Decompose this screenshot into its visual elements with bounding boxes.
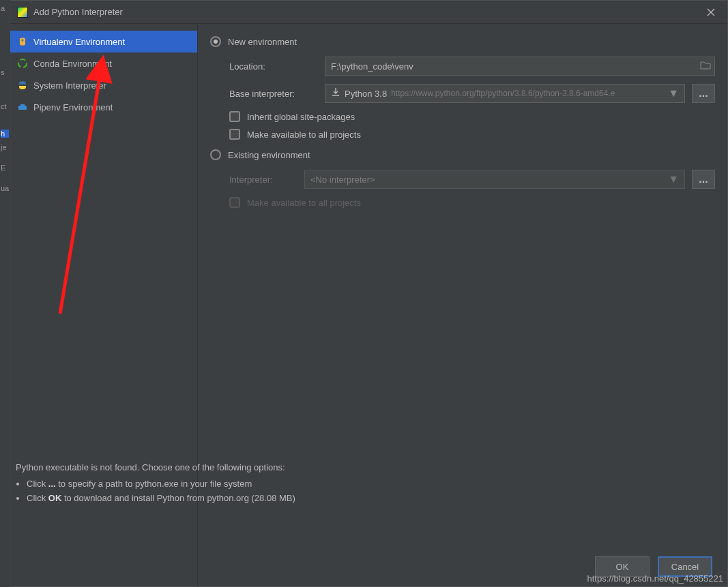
virtualenv-icon: [17, 36, 28, 47]
svg-point-0: [22, 40, 24, 42]
location-input[interactable]: F:\python_code\venv: [325, 57, 715, 76]
hint-heading: Python executable is not found. Choose o…: [16, 461, 715, 475]
background-gutter: a s ct h je E ua: [0, 0, 10, 587]
hint-panel: Python executable is not found. Choose o…: [16, 461, 715, 506]
existing-interpreter-combo[interactable]: <No interpreter> ▼: [304, 170, 685, 189]
sidebar-label: Pipenv Environment: [33, 102, 113, 112]
sidebar-label: System Interpreter: [33, 80, 106, 91]
existing-environment-radio-row: Existing environment: [210, 149, 715, 160]
make-available-new-checkbox[interactable]: [229, 129, 240, 140]
download-icon: [331, 87, 340, 100]
make-available-existing-checkbox[interactable]: [229, 197, 240, 208]
gutter-text: E: [1, 164, 5, 172]
sidebar-item-virtualenv[interactable]: Virtualenv Environment: [10, 31, 197, 52]
existing-environment-radio[interactable]: [210, 149, 221, 160]
base-interpreter-url: https://www.python.org/ftp/python/3.8.6/…: [391, 89, 664, 98]
existing-environment-section: Existing environment Interpreter: <No in…: [210, 149, 715, 208]
base-interpreter-combo[interactable]: Python 3.8 https://www.python.org/ftp/py…: [325, 84, 685, 103]
make-available-new-row: Make available to all projects: [229, 129, 715, 140]
hint-bullet-2: Click OK to download and install Python …: [27, 492, 715, 506]
existing-interpreter-browse-button[interactable]: ...: [692, 170, 715, 189]
base-interpreter-row: Base interpreter: Python 3.8 https://www…: [229, 84, 715, 103]
existing-interpreter-row: Interpreter: <No interpreter> ▼ ...: [229, 170, 715, 189]
close-button[interactable]: [701, 3, 720, 22]
sidebar-item-system[interactable]: System Interpreter: [10, 74, 197, 96]
make-available-new-label: Make available to all projects: [247, 130, 361, 140]
make-available-existing-label: Make available to all projects: [247, 198, 361, 208]
watermark: https://blog.csdn.net/qq_42855221: [587, 573, 724, 584]
svg-rect-3: [20, 104, 25, 106]
sidebar-item-conda[interactable]: Conda Environment: [10, 52, 197, 74]
sidebar-item-pipenv[interactable]: Pipenv Environment: [10, 96, 197, 118]
close-icon: [707, 8, 715, 16]
existing-interpreter-label: Interpreter:: [229, 175, 297, 185]
existing-environment-label: Existing environment: [228, 150, 310, 160]
inherit-site-packages-row: Inherit global site-packages: [229, 111, 715, 122]
chevron-down-icon: ▼: [668, 87, 679, 100]
location-label: Location:: [229, 61, 318, 72]
gutter-text: ct: [1, 102, 7, 110]
conda-icon: [17, 58, 28, 69]
new-environment-radio-row: New environment: [210, 36, 715, 47]
chevron-down-icon: ▼: [668, 173, 679, 185]
gutter-text: je: [1, 143, 7, 151]
existing-interpreter-value: <No interpreter>: [310, 175, 375, 185]
sidebar-label: Virtualenv Environment: [33, 37, 125, 47]
add-interpreter-dialog: Add Python Interpreter Virtualenv Enviro…: [10, 0, 728, 587]
new-environment-label: New environment: [228, 37, 297, 47]
python-icon: [17, 80, 28, 91]
make-available-existing-row: Make available to all projects: [229, 197, 715, 208]
titlebar: Add Python Interpreter: [10, 1, 727, 24]
gutter-text: s: [1, 68, 5, 76]
base-interpreter-value: Python 3.8: [345, 89, 387, 99]
dialog-title: Add Python Interpreter: [33, 7, 701, 17]
folder-icon[interactable]: [700, 60, 711, 72]
base-interpreter-label: Base interpreter:: [229, 89, 318, 99]
location-row: Location: F:\python_code\venv: [229, 57, 715, 76]
gutter-text: ua: [1, 184, 9, 192]
sidebar-label: Conda Environment: [33, 59, 112, 69]
svg-point-1: [18, 59, 27, 67]
pycharm-icon: [17, 7, 28, 18]
gutter-text: h: [1, 130, 9, 138]
inherit-site-packages-label: Inherit global site-packages: [247, 112, 355, 122]
inherit-site-packages-checkbox[interactable]: [229, 111, 240, 122]
gutter-text: a: [1, 4, 5, 12]
pipenv-icon: [17, 102, 28, 112]
base-interpreter-browse-button[interactable]: ...: [692, 84, 715, 103]
hint-bullet-1: Click ... to specify a path to python.ex…: [27, 477, 715, 492]
new-environment-radio[interactable]: [210, 36, 221, 47]
location-input-wrap: F:\python_code\venv: [325, 57, 715, 76]
